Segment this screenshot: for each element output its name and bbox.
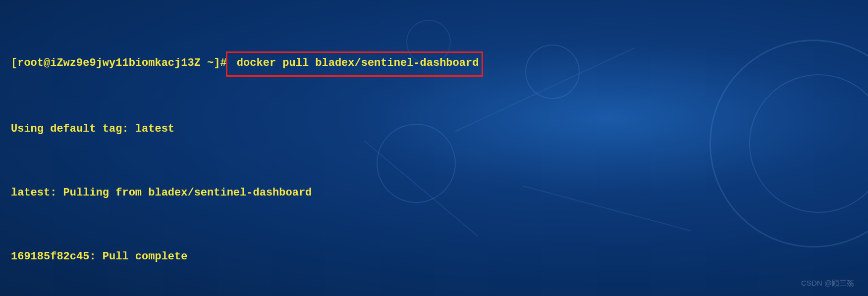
command-line[interactable]: [root@iZwz9e9jwy11biomkacj13Z ~]# docker… — [11, 51, 857, 77]
output-line: 169185f82c45: Pull complete — [11, 247, 857, 268]
watermark-text: CSDN @顾三殇 — [801, 276, 854, 290]
output-line: latest: Pulling from bladex/sentinel-das… — [11, 183, 857, 204]
output-line: Using default tag: latest — [11, 119, 857, 140]
docker-pull-command: docker pull bladex/sentinel-dashboard — [230, 57, 479, 69]
shell-prompt: [root@iZwz9e9jwy11biomkacj13Z ~]# — [11, 57, 227, 69]
command-highlight: docker pull bladex/sentinel-dashboard — [226, 51, 484, 77]
terminal-output: [root@iZwz9e9jwy11biomkacj13Z ~]# docker… — [11, 9, 857, 296]
